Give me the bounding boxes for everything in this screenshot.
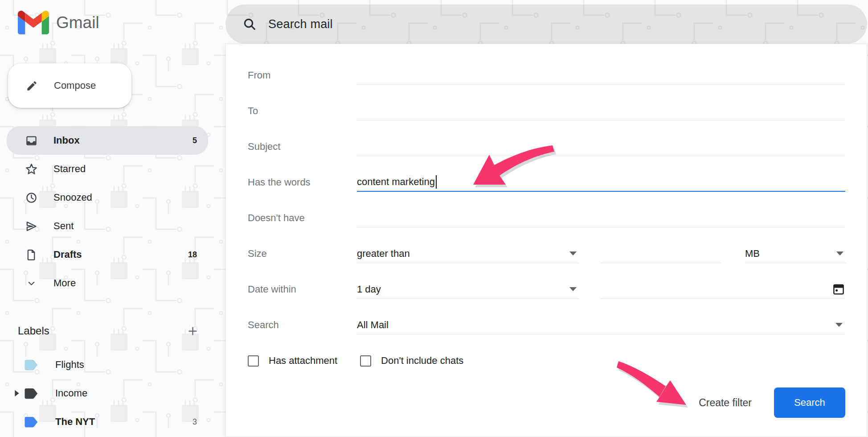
doesnt-have-input[interactable] [357,209,845,227]
has-attachment-checkbox[interactable] [248,355,259,367]
field-label: To [248,105,357,117]
add-label-button[interactable] [187,325,199,337]
gmail-logo[interactable]: Gmail [18,11,99,34]
filter-row-size: Size greater than MB [248,236,845,272]
label-item-income[interactable]: Income [7,379,208,408]
gmail-m-icon [18,11,49,34]
dont-include-chats-checkbox[interactable] [360,355,371,367]
dropdown-arrow-icon [569,287,577,291]
sidebar-item-label: Snoozed [53,192,92,203]
star-icon [25,163,37,175]
filter-row-subject: Subject [248,129,845,165]
dont-include-chats-label[interactable]: Don't include chats [381,355,463,367]
expand-arrow-icon[interactable] [14,390,20,397]
create-filter-button[interactable]: Create filter [699,397,752,409]
tag-icon [25,359,38,371]
gmail-wordmark: Gmail [56,13,99,32]
dropdown-arrow-icon [835,323,843,327]
sidebar-item-label: Sent [53,220,74,232]
selected-value: 1 day [357,284,381,295]
labels-list: Flights Income The NYT 3 [0,350,225,436]
sidebar-item-more[interactable]: More [7,269,208,297]
send-icon [25,220,37,232]
chevron-down-icon [25,278,37,289]
sidebar: Gmail Compose Inbox 5 [0,0,225,437]
label-item-the-nyt[interactable]: The NYT 3 [7,408,208,436]
filter-row-from: From [248,58,845,93]
field-label: Search [248,319,357,331]
search-mail-placeholder: Search mail [268,17,333,31]
selected-value: MB [745,248,760,260]
labels-heading: Labels [18,325,49,337]
dont-include-chats-group: Don't include chats [360,355,463,367]
field-label: Subject [248,141,357,153]
sidebar-item-label: Inbox [53,135,80,146]
nyt-count-badge: 3 [192,417,197,427]
size-unit-select[interactable]: MB [745,244,846,263]
calendar-icon [832,282,845,296]
sidebar-item-starred[interactable]: Starred [7,155,208,183]
search-mail-bar[interactable]: Search mail [225,4,867,44]
search-icon [242,17,257,31]
search-scope-select[interactable]: All Mail [357,316,845,334]
filter-row-checkboxes: Has attachment Don't include chats [248,343,845,379]
sidebar-item-label: Drafts [53,249,82,260]
sidebar-nav: Inbox 5 Starred Sn [0,126,225,297]
sidebar-item-snoozed[interactable]: Snoozed [7,183,208,212]
tag-icon [25,388,38,399]
field-label: Doesn't have [248,212,357,224]
clock-icon [25,192,37,204]
field-label: Date within [248,284,357,295]
calendar-button[interactable] [832,282,845,296]
to-input[interactable] [357,102,845,120]
filter-row-doesnt-have: Doesn't have [248,200,845,236]
size-comparator-select[interactable]: greater than [357,244,579,263]
label-name: Flights [55,359,84,371]
size-amount-input[interactable] [600,244,721,263]
dropdown-arrow-icon [569,251,577,256]
date-range-select[interactable]: 1 day [357,280,579,299]
text-cursor [436,175,437,189]
compose-label: Compose [54,80,96,91]
label-name: Income [55,388,87,399]
sidebar-item-inbox[interactable]: Inbox 5 [7,126,208,155]
drafts-count-badge: 18 [188,250,197,260]
from-input[interactable] [357,66,845,85]
sidebar-item-label: More [53,277,76,289]
inbox-icon [25,135,37,147]
field-label: From [248,70,357,81]
selected-value: All Mail [357,319,389,331]
filter-actions-row: Create filter Search [248,385,845,421]
sidebar-item-label: Starred [53,163,86,175]
inbox-count-badge: 5 [192,136,197,145]
tag-icon [25,416,38,428]
has-attachment-label[interactable]: Has attachment [269,355,337,367]
label-name: The NYT [55,416,95,428]
subject-input[interactable] [357,137,845,156]
sidebar-item-drafts[interactable]: Drafts 18 [7,240,208,269]
dropdown-arrow-icon [836,251,843,256]
filter-row-date-within: Date within 1 day [248,272,845,307]
filter-row-to: To [248,93,845,129]
selected-value: greater than [357,248,410,260]
pencil-icon [26,80,38,92]
search-submit-button[interactable]: Search [774,388,845,418]
label-item-flights[interactable]: Flights [7,350,208,379]
search-filter-panel: From To Subject Has the words content ma… [225,44,867,437]
filter-row-has-the-words: Has the words content marketing [248,165,845,200]
file-icon [25,249,37,261]
gmail-search-filter-screen: Gmail Compose Inbox 5 [0,0,868,437]
filter-row-search-scope: Search All Mail [248,307,845,343]
compose-button[interactable]: Compose [8,63,131,108]
sidebar-item-sent[interactable]: Sent [7,212,208,240]
field-label: Size [248,248,357,260]
labels-header: Labels [0,317,225,344]
has-the-words-input[interactable]: content marketing [357,173,845,192]
field-label: Has the words [248,177,357,188]
date-input[interactable] [600,280,845,299]
field-value: content marketing [357,176,435,188]
